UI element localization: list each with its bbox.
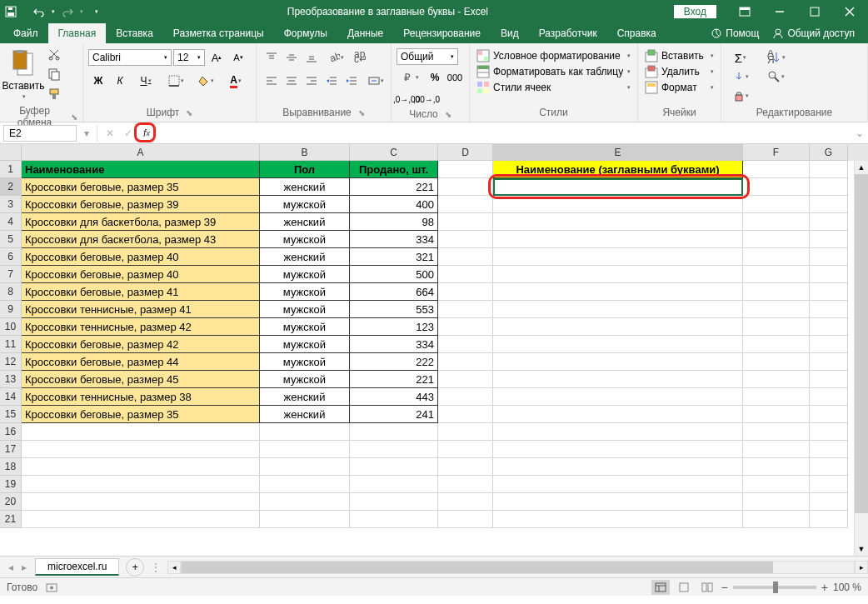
column-header-D[interactable]: D xyxy=(438,144,493,161)
align-center-icon[interactable] xyxy=(282,72,302,90)
name-box[interactable]: E2 xyxy=(3,125,77,142)
column-header-C[interactable]: C xyxy=(350,144,438,161)
cell[interactable] xyxy=(438,283,493,301)
sheet-tab[interactable]: microexcel.ru xyxy=(35,558,119,576)
undo-icon[interactable] xyxy=(30,2,48,22)
vertical-scrollbar[interactable]: ▲ ▼ xyxy=(854,161,868,556)
cell[interactable] xyxy=(810,266,848,283)
cell[interactable] xyxy=(22,441,260,458)
cell[interactable]: Наименование (заглавными буквами) xyxy=(493,161,743,178)
row-header-8[interactable]: 8 xyxy=(0,283,22,301)
cell[interactable] xyxy=(743,213,810,231)
clear-icon[interactable]: ▾ xyxy=(726,87,755,105)
cell[interactable] xyxy=(438,423,493,441)
row-header-11[interactable]: 11 xyxy=(0,336,22,353)
cell[interactable]: 98 xyxy=(350,213,438,231)
cell[interactable]: Кроссовки теннисные, размер 38 xyxy=(22,388,260,406)
cell[interactable] xyxy=(438,161,493,178)
cell[interactable] xyxy=(438,511,493,528)
normal-view-icon[interactable] xyxy=(651,580,670,595)
row-header-2[interactable]: 2 xyxy=(0,178,22,196)
page-break-view-icon[interactable] xyxy=(698,580,716,595)
cell[interactable]: женский xyxy=(260,388,350,406)
cell[interactable] xyxy=(438,213,493,231)
autosum-icon[interactable]: Σ▾ xyxy=(726,48,755,67)
font-dialog-launcher[interactable]: ⬊ xyxy=(186,108,192,117)
cell[interactable]: женский xyxy=(260,178,350,196)
cell[interactable] xyxy=(493,336,743,353)
scroll-down-icon[interactable]: ▼ xyxy=(855,542,868,556)
cell[interactable] xyxy=(438,371,493,388)
cell[interactable] xyxy=(22,493,260,511)
cell[interactable] xyxy=(493,213,743,231)
cell[interactable] xyxy=(743,353,810,371)
cancel-formula-icon[interactable]: ✕ xyxy=(101,124,119,142)
cell[interactable]: Кроссовки теннисные, размер 42 xyxy=(22,318,260,336)
font-color-icon[interactable]: A▾ xyxy=(222,72,250,90)
row-header-5[interactable]: 5 xyxy=(0,231,22,248)
cell[interactable] xyxy=(743,493,810,511)
row-header-20[interactable]: 20 xyxy=(0,493,22,511)
font-name-input[interactable]: Calibri▾ xyxy=(88,49,172,66)
find-select-icon[interactable]: ▾ xyxy=(761,67,790,86)
cell[interactable] xyxy=(22,458,260,476)
cell[interactable] xyxy=(810,336,848,353)
cell[interactable]: Продано, шт. xyxy=(350,161,438,178)
zoom-in-icon[interactable]: + xyxy=(821,581,828,594)
cell[interactable]: мужской xyxy=(260,283,350,301)
cell[interactable] xyxy=(22,423,260,441)
tab-вставка[interactable]: Вставка xyxy=(106,23,163,43)
cell[interactable] xyxy=(350,441,438,458)
merge-icon[interactable]: ▾ xyxy=(362,72,390,90)
cell[interactable]: Наименование xyxy=(22,161,260,178)
italic-button[interactable]: К xyxy=(110,72,130,90)
cell[interactable] xyxy=(438,266,493,283)
cell-styles-button[interactable]: Стили ячеек▾ xyxy=(475,80,632,95)
tab-разметка страницы[interactable]: Разметка страницы xyxy=(163,23,274,43)
horizontal-scrollbar[interactable]: ⋮ ◂ ▸ xyxy=(151,561,868,574)
cell[interactable] xyxy=(493,458,743,476)
copy-icon[interactable] xyxy=(45,65,63,83)
close-icon[interactable] xyxy=(833,0,866,23)
cell[interactable] xyxy=(260,493,350,511)
page-layout-view-icon[interactable] xyxy=(675,580,693,595)
cell[interactable] xyxy=(493,353,743,371)
row-header-17[interactable]: 17 xyxy=(0,441,22,458)
cell[interactable] xyxy=(438,178,493,196)
cell[interactable]: женский xyxy=(260,213,350,231)
cell[interactable]: мужской xyxy=(260,266,350,283)
cell[interactable]: Кроссовки беговые, размер 40 xyxy=(22,266,260,283)
redo-icon[interactable] xyxy=(58,2,77,22)
cell[interactable]: Кроссовки беговые, размер 40 xyxy=(22,248,260,266)
column-header-G[interactable]: G xyxy=(810,144,848,161)
sheet-nav-last-icon[interactable]: ▸ xyxy=(22,562,27,573)
row-header-7[interactable]: 7 xyxy=(0,266,22,283)
cell[interactable] xyxy=(810,283,848,301)
cell[interactable] xyxy=(493,266,743,283)
cell[interactable] xyxy=(743,371,810,388)
redo-dropdown[interactable]: ▾ xyxy=(77,2,87,22)
cell[interactable] xyxy=(493,248,743,266)
cell[interactable]: Кроссовки беговые, размер 39 xyxy=(22,196,260,213)
cell[interactable]: 400 xyxy=(350,196,438,213)
cell[interactable] xyxy=(493,231,743,248)
cell[interactable] xyxy=(438,441,493,458)
cell[interactable] xyxy=(493,493,743,511)
bold-button[interactable]: Ж xyxy=(88,72,108,90)
row-header-4[interactable]: 4 xyxy=(0,213,22,231)
cell[interactable]: мужской xyxy=(260,318,350,336)
cell[interactable] xyxy=(743,266,810,283)
tab-файл[interactable]: Файл xyxy=(3,23,48,43)
cell[interactable] xyxy=(743,301,810,318)
cell[interactable] xyxy=(810,231,848,248)
cell[interactable] xyxy=(810,406,848,423)
zoom-slider[interactable] xyxy=(733,586,816,589)
cell[interactable]: женский xyxy=(260,248,350,266)
format-painter-icon[interactable] xyxy=(45,85,63,103)
row-header-10[interactable]: 10 xyxy=(0,318,22,336)
cell[interactable]: мужской xyxy=(260,231,350,248)
save-icon[interactable] xyxy=(2,2,20,22)
cell[interactable]: 500 xyxy=(350,266,438,283)
cell[interactable]: Кроссовки беговые, размер 44 xyxy=(22,353,260,371)
cell[interactable] xyxy=(810,213,848,231)
